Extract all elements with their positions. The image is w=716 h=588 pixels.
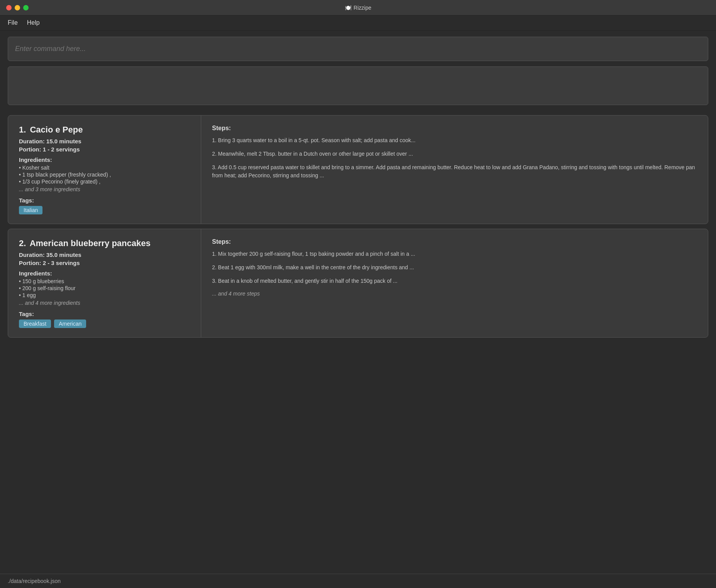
menu-bar: File Help [0, 15, 716, 31]
app-title: 🍽️ Rizzipe [345, 5, 372, 11]
maximize-button[interactable] [23, 5, 29, 10]
recipe-card-1: 1. Cacio e Pepe Duration: 15.0 minutes P… [8, 115, 708, 224]
recipe-ingredients-label-2: Ingredients: [19, 270, 192, 277]
window-controls [6, 5, 29, 10]
app-icon: 🍽️ [345, 5, 351, 11]
recipe-duration-2: Duration: 35.0 minutes [19, 252, 192, 258]
recipe-title-2: 2. American blueberry pancakes [19, 238, 192, 248]
recipe-tags-1: Italian [19, 206, 192, 214]
recipe-number-2: 2. [19, 238, 26, 248]
recipe-left-2: 2. American blueberry pancakes Duration:… [8, 229, 201, 337]
recipe-step-1-0: 1. Bring 3 quarts water to a boil in a 5… [212, 136, 697, 144]
output-section [0, 65, 716, 111]
recipe-steps-label-1: Steps: [212, 125, 697, 132]
recipe-ingredient-1-1: • 1 tsp black pepper (freshly cracked) , [19, 172, 192, 178]
recipe-steps-more-2: ... and 4 more steps [212, 291, 697, 297]
recipe-title-1: 1. Cacio e Pepe [19, 125, 192, 135]
recipe-ingredients-label-1: Ingredients: [19, 156, 192, 163]
recipe-right-1: Steps: 1. Bring 3 quarts water to a boil… [201, 116, 708, 224]
recipe-ingredient-2-1: • 200 g self-raising flour [19, 285, 192, 291]
command-section [0, 31, 716, 65]
recipe-number-1: 1. [19, 125, 26, 135]
recipe-card-2: 2. American blueberry pancakes Duration:… [8, 229, 708, 338]
recipe-ingredient-2-2: • 1 egg [19, 292, 192, 298]
minimize-button[interactable] [15, 5, 20, 10]
recipe-tag-2-0[interactable]: Breakfast [19, 319, 51, 328]
menu-file[interactable]: File [8, 19, 18, 26]
recipe-step-1-1: 2. Meanwhile, melt 2 Tbsp. butter in a D… [212, 150, 697, 158]
recipe-step-2-1: 2. Beat 1 egg with 300ml milk, make a we… [212, 263, 697, 272]
recipe-step-1-2: 3. Add 0.5 cup reserved pasta water to s… [212, 163, 697, 180]
close-button[interactable] [6, 5, 12, 10]
recipe-name-2: American blueberry pancakes [30, 238, 151, 248]
recipe-ingredient-1-2: • 1/3 cup Pecorino (finely grated) , [19, 178, 192, 185]
recipe-name-1: Cacio e Pepe [30, 125, 83, 134]
recipe-tag-2-1[interactable]: American [54, 319, 86, 328]
recipe-steps-label-2: Steps: [212, 238, 697, 245]
app-title-text: Rizzipe [354, 5, 372, 11]
recipe-ingredient-2-0: • 150 g blueberries [19, 278, 192, 284]
recipe-tags-label-1: Tags: [19, 197, 192, 204]
title-bar: 🍽️ Rizzipe [0, 0, 716, 15]
status-bar: ./data/recipebook.json [0, 574, 716, 588]
recipe-portion-2: Portion: 2 - 3 servings [19, 260, 192, 266]
recipe-ingredients-more-2: ... and 4 more ingredients [19, 300, 192, 306]
recipe-tag-1-0[interactable]: Italian [19, 206, 42, 214]
recipe-step-2-2: 3. Beat in a knob of melted butter, and … [212, 277, 697, 285]
recipe-tags-label-2: Tags: [19, 311, 192, 317]
recipe-tags-2: Breakfast American [19, 319, 192, 328]
output-box [8, 66, 708, 105]
status-path: ./data/recipebook.json [8, 578, 61, 584]
menu-help[interactable]: Help [27, 19, 40, 26]
recipe-left-1: 1. Cacio e Pepe Duration: 15.0 minutes P… [8, 116, 201, 224]
command-input[interactable] [8, 37, 708, 61]
recipe-duration-1: Duration: 15.0 minutes [19, 138, 192, 144]
recipe-portion-1: Portion: 1 - 2 servings [19, 146, 192, 153]
recipe-right-2: Steps: 1. Mix together 200 g self-raisin… [201, 229, 708, 337]
recipe-step-2-0: 1. Mix together 200 g self-raising flour… [212, 250, 697, 258]
recipe-ingredient-1-0: • Kosher salt [19, 165, 192, 171]
results-section: 1. Cacio e Pepe Duration: 15.0 minutes P… [0, 111, 716, 342]
recipe-ingredients-more-1: ... and 3 more ingredients [19, 186, 192, 192]
